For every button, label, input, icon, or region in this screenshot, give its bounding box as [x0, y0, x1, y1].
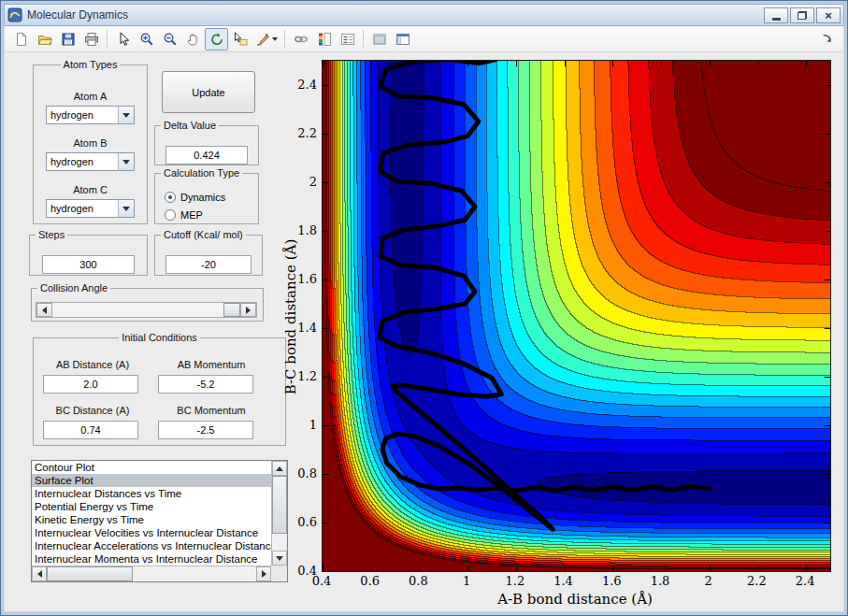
bc-distance-label: BC Distance (A) — [41, 405, 144, 416]
slider-left-arrow[interactable] — [36, 303, 52, 317]
x-tick-label: 1.6 — [602, 574, 622, 588]
atom-b-select[interactable]: hydrogen — [46, 152, 135, 171]
atom-types-title: Atom Types — [61, 59, 121, 70]
dock-arrow-icon — [821, 33, 834, 46]
zoom-out-icon — [163, 32, 178, 47]
bc-momentum-field[interactable]: -2.5 — [158, 421, 253, 439]
x-tick-label: 1 — [463, 574, 470, 588]
delta-value-panel: Delta Value 0.424 — [154, 120, 259, 165]
rotate-3d-button[interactable] — [205, 28, 228, 50]
zoom-in-icon — [139, 32, 154, 47]
hide-plot-tools-button[interactable] — [367, 28, 391, 50]
zoom-in-button[interactable] — [135, 28, 158, 50]
initial-conditions-panel: Initial Conditions AB Distance (A) 2.0 A… — [33, 332, 286, 446]
radio-mep-label: MEP — [180, 209, 203, 221]
delta-value-field[interactable]: 0.424 — [165, 146, 248, 165]
restore-button[interactable] — [790, 7, 814, 23]
radio-icon[interactable] — [165, 192, 176, 203]
toolbar-separator — [107, 30, 108, 49]
insert-colorbar-button[interactable] — [312, 28, 336, 50]
titlebar[interactable]: Molecular Dynamics × — [4, 4, 844, 26]
close-icon: × — [825, 9, 832, 21]
list-item[interactable]: Internuclear Momenta vs Internuclear Dis… — [32, 552, 271, 566]
cutoff-field[interactable]: -20 — [165, 255, 252, 274]
save-figure-button[interactable] — [56, 28, 79, 50]
new-figure-button[interactable] — [9, 28, 33, 50]
atom-a-value: hydrogen — [47, 109, 118, 121]
x-tick-label: 1.8 — [651, 574, 670, 588]
list-item[interactable]: Internuclear Velocities vs Internuclear … — [32, 526, 271, 539]
cutoff-title: Cutoff (Kcal/ mol) — [161, 229, 246, 240]
collision-angle-slider[interactable] — [36, 302, 257, 318]
atom-c-select[interactable]: hydrogen — [46, 199, 135, 218]
scroll-left-arrow[interactable] — [32, 566, 47, 581]
zoom-out-button[interactable] — [158, 28, 181, 50]
radio-mep[interactable]: MEP — [165, 209, 203, 221]
ab-distance-label: AB Distance (A) — [41, 359, 144, 370]
brush-icon — [255, 32, 270, 47]
radio-dynamics[interactable]: Dynamics — [165, 192, 225, 203]
x-tick-label: 1.2 — [506, 574, 525, 588]
horizontal-scroll-thumb[interactable] — [47, 566, 133, 581]
printer-icon — [84, 32, 99, 47]
radio-icon[interactable] — [165, 209, 176, 221]
link-plot-button[interactable] — [289, 28, 312, 50]
main-area: Atom Types Atom A hydrogen Atom B hydrog… — [4, 52, 844, 612]
minimize-button[interactable] — [764, 7, 788, 23]
y-axis-label: B-C bond distance (Å) — [282, 239, 299, 395]
y-tick-label: 2 — [283, 175, 317, 189]
x-axis-label: A-B bond distance (Å) — [497, 591, 653, 608]
brush-dropdown-caret-icon[interactable] — [272, 37, 278, 41]
list-item[interactable]: Kinetic Energy vs Time — [32, 513, 271, 526]
link-chain-icon — [294, 32, 309, 47]
bc-momentum-label: BC Momentum — [160, 405, 263, 416]
pan-button[interactable] — [181, 28, 205, 50]
data-cursor-button[interactable] — [228, 28, 252, 50]
list-item[interactable]: Contour Plot — [32, 461, 271, 474]
steps-field[interactable]: 300 — [42, 255, 135, 274]
collision-angle-title: Collision Angle — [37, 282, 110, 294]
print-figure-button[interactable] — [79, 28, 103, 50]
listbox-horizontal-scrollbar[interactable] — [32, 566, 271, 581]
brush-data-button[interactable] — [252, 28, 280, 50]
list-item[interactable]: Internuclear Accelerations vs Internucle… — [32, 539, 271, 552]
app-window: Molecular Dynamics × — [0, 0, 848, 616]
show-plot-tools-button[interactable] — [391, 28, 414, 50]
close-button[interactable]: × — [816, 7, 841, 23]
y-tick-label: 2.2 — [283, 126, 317, 140]
chevron-down-icon[interactable] — [118, 153, 134, 170]
atom-a-select[interactable]: hydrogen — [46, 106, 135, 124]
slider-right-arrow[interactable] — [240, 303, 256, 317]
chevron-down-icon[interactable] — [118, 107, 134, 123]
dock-figure-button[interactable] — [815, 28, 839, 50]
ab-distance-field[interactable]: 2.0 — [43, 375, 138, 394]
y-tick-label: 1 — [283, 418, 317, 432]
atom-b-value: hydrogen — [47, 156, 118, 167]
window-controls: × — [764, 7, 841, 23]
rotate-3d-icon — [209, 32, 224, 47]
y-tick-label: 0.4 — [283, 564, 317, 578]
x-tick-label: 2 — [705, 574, 712, 588]
y-tick-label: 1.8 — [283, 223, 317, 237]
calculation-type-panel: Calculation Type Dynamics MEP — [154, 167, 259, 224]
update-button[interactable]: Update — [162, 71, 255, 113]
y-tick-label: 2.4 — [283, 78, 317, 92]
plot-type-listbox[interactable]: Contour PlotSurface PlotInternuclear Dis… — [31, 460, 288, 582]
window-title: Molecular Dynamics — [27, 8, 128, 21]
scroll-right-arrow[interactable] — [256, 566, 271, 581]
list-item[interactable]: Potential Energy vs Time — [32, 500, 271, 513]
contour-plot-canvas[interactable] — [322, 60, 831, 572]
app-icon — [7, 7, 22, 22]
bc-distance-field[interactable]: 0.74 — [43, 421, 138, 439]
insert-legend-button[interactable] — [336, 28, 359, 50]
open-file-button[interactable] — [33, 28, 56, 50]
atom-c-value: hydrogen — [47, 203, 118, 214]
steps-panel: Steps 300 — [29, 229, 148, 276]
list-item[interactable]: Surface Plot — [32, 474, 271, 487]
edit-plot-button[interactable] — [111, 28, 135, 50]
slider-thumb[interactable] — [223, 303, 240, 317]
list-item[interactable]: Internuclear Distances vs Time — [32, 487, 271, 500]
ab-momentum-field[interactable]: -5.2 — [158, 375, 253, 394]
restore-icon — [798, 11, 807, 20]
chevron-down-icon[interactable] — [118, 200, 134, 217]
